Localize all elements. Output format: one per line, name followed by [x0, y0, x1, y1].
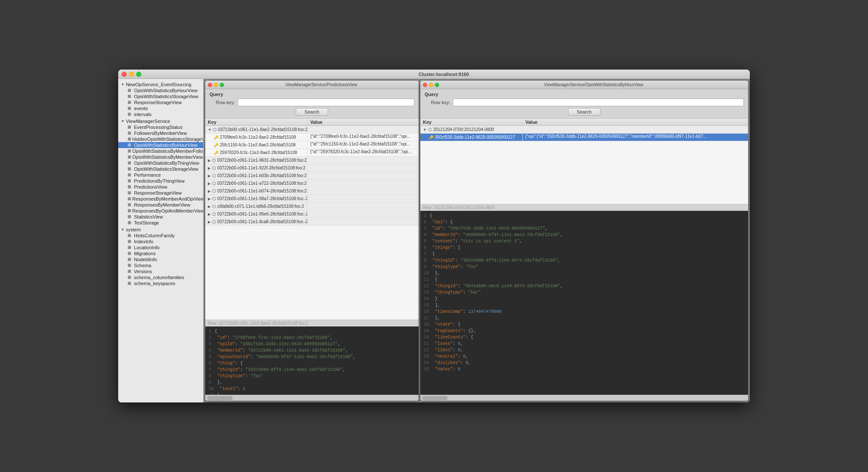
left-rowkey-input[interactable] [238, 99, 414, 106]
sub-close[interactable] [423, 83, 427, 87]
table-icon: ⊞ [128, 269, 133, 274]
group-key-cell: ▶ ⬡ 03722b00-c061-11e1-922f-28cfdaf15108… [205, 164, 308, 172]
table-row[interactable]: ▶ ⬡ 03722b00-c061-11e1-95e6-28cfdaf15108… [205, 210, 419, 218]
table-row[interactable]: 🔑 2709fee0-fc3c-11e2-8ae2-28cfdaf15108 {… [205, 134, 419, 141]
group-icon: ⬡ [212, 189, 216, 193]
sidebar-item-opiswithstatisticsbything[interactable]: ⊞ OpisWithStatisticsByThingView [118, 160, 203, 166]
sub-minimize[interactable] [429, 83, 433, 87]
sidebar-item-opiswithstatisticsbyhourview-2[interactable]: ⊞ OpisWithStatisticsByHourView [118, 142, 203, 148]
sidebar-item-hiddenopis[interactable]: ⊞ HiddenOpisWithStatisticsStorageView [118, 136, 203, 142]
sidebar-item-versions[interactable]: ⊞ Versions [118, 268, 203, 274]
sidebar-item-performance[interactable]: ⊞ Performance [118, 172, 203, 178]
table-icon: ⊞ [128, 100, 133, 105]
table-row[interactable]: ▶ ⬡ c6fafb00-c071-11e1-b8b6-28cfdaf15108… [205, 203, 419, 210]
table-row[interactable]: 🔑 25fc1150-fc3c-11e2-8ae2-28cfdaf15108 {… [205, 141, 419, 149]
sidebar-item-responsestorage[interactable]: ⊞ ResponseStorageView [118, 99, 203, 105]
sidebar-item-opiswithstatisticsbymemberfollowing[interactable]: ⊞ OpisWithStatisticsByMemberFollowingVie… [118, 148, 203, 154]
sub-maximize[interactable] [220, 83, 224, 87]
sidebar-item-opiswithstatisticsstorage[interactable]: ⊞ OpisWithStatisticsStorageView [118, 93, 203, 99]
main-window: Cluster:localhost:9160 ▼ NewOpiService_E… [118, 70, 750, 402]
sidebar-item-migrations[interactable]: ⊞ Migrations [118, 251, 203, 256]
sidebar-item-indexinfo[interactable]: ⊞ IndexInfo [118, 239, 203, 245]
group-icon: ⬡ [213, 127, 217, 132]
sidebar-group-label: ViewManagerService [126, 119, 170, 124]
sidebar-item-schema[interactable]: ⊞ Schema [118, 262, 203, 268]
right-code-view: 1{2 "opi": {3 "id": "350cf530-3ddb-11e2-… [420, 211, 748, 395]
sidebar-item-responsestorageview[interactable]: ⊞ ResponseStorageView [118, 190, 203, 196]
left-scrollbar[interactable] [205, 395, 419, 401]
table-row[interactable]: ▶ ⬡ 03722b00-c061-11e1-8ca8-28cfdaf15108… [205, 218, 419, 226]
sidebar-item-predictionsbything[interactable]: ⊞ PredictionsByThingView [118, 178, 203, 184]
minimize-button[interactable] [129, 72, 134, 77]
sub-minimize[interactable] [214, 83, 218, 87]
expand-arrow-icon: ▶ [208, 158, 211, 163]
group-val-cell [308, 203, 419, 210]
maximize-button[interactable] [136, 72, 141, 77]
sidebar-group-header-system[interactable]: ▼ system [118, 227, 203, 233]
table-row[interactable]: ▶ ⬡ 03722b00-c061-11e1-b074-28cfdaf15108… [205, 187, 419, 195]
table-row[interactable]: ▶ ⬡ 03722b00-c061-11e1-98a7-28cfdaf15108… [205, 195, 419, 203]
table-row[interactable]: ▶ ⬡ 03722b00-c061-11e1-922f-28cfdaf15108… [205, 164, 419, 172]
close-button[interactable] [122, 72, 127, 77]
table-icon: ⊞ [128, 233, 133, 238]
sidebar-item-opiswithstatisticsbyhourview-1[interactable]: ⊞ OpisWithStatisticsByHourView [118, 87, 203, 93]
table-icon: ⊞ [128, 112, 133, 117]
sidebar-item-schemacolumnfamilies[interactable]: ⊞ schema_columnfamilies [118, 274, 203, 280]
sidebar-item-responsesbyopiandmember[interactable]: ⊞ ResponsesByOpiAndMemberView [118, 208, 203, 214]
sidebar-group-header-viewmanager[interactable]: ▼ ViewManagerService [118, 118, 203, 124]
sidebar-item-intervals[interactable]: ⊞ intervals [118, 111, 203, 117]
table-icon: ⊞ [128, 281, 133, 286]
table-row[interactable]: ▶ ⬡ 03722b00-c061-11e1-9631-28cfdaf15108… [205, 157, 419, 164]
right-header-key: Key [420, 119, 523, 125]
table-icon: ⊞ [128, 257, 133, 262]
right-subwindow-title: ViewManagerService/OpisWithStatisticsByH… [442, 82, 746, 87]
sidebar-item-responsesbymemberandopi[interactable]: ⊞ ResponsesByMemberAndOpiView [118, 196, 203, 202]
table-row[interactable]: ▼ ⬡ 20121204-0700:20121204-0800 [420, 126, 748, 134]
sidebar-item-predictionsview[interactable]: ⊞ PredictionsView [118, 184, 203, 190]
table-row[interactable]: ▶ ⬡ 03722b00-c061-11e1-b03b-28cfdaf15108… [205, 172, 419, 180]
sidebar-item-schemakeyspaces[interactable]: ⊞ schema_keyspaces [118, 280, 203, 286]
sub-maximize[interactable] [435, 83, 439, 87]
scroll-thumb[interactable] [207, 396, 233, 400]
table-row[interactable]: ▼ ⬡ 03722b00-c061-11e1-8ae2-28cfdaf15108… [205, 126, 419, 134]
row-key-cell: 🔑 25fc1150-fc3c-11e2-8ae2-28cfdaf15108 [205, 141, 308, 149]
left-search-button[interactable]: Search [296, 108, 329, 116]
content-area: ViewManagerService/PredictionsView Query… [204, 79, 750, 402]
sidebar-item-statisticsview[interactable]: ⊞ StatisticsView [118, 214, 203, 220]
sidebar-group-header-newopiservice[interactable]: ▼ NewOpiService_EventSourcing [118, 82, 203, 87]
table-row[interactable]: 🔑 350cf530-3ddb-11e2-9629-005056900127 {… [420, 134, 748, 141]
sidebar-item-locationinfo[interactable]: ⊞ LocationInfo [118, 245, 203, 251]
key-icon: 🔑 [214, 135, 218, 140]
table-icon: ⊞ [128, 251, 133, 256]
sidebar-item-responsesbymember[interactable]: ⊞ ResponsesByMemberView [118, 202, 203, 208]
sidebar-item-eventprocessing[interactable]: ⊞ EventProcessingStatus [118, 124, 203, 130]
table-icon: ⊞ [128, 172, 133, 178]
group-icon: ⬡ [212, 196, 216, 201]
sub-close[interactable] [208, 83, 212, 87]
sidebar-group-viewmanager: ▼ ViewManagerService ⊞ EventProcessingSt… [118, 118, 203, 226]
left-subwindow: ViewManagerService/PredictionsView Query… [205, 81, 419, 401]
right-search-button[interactable]: Search [568, 108, 601, 116]
right-query-panel: Query Row key: Search [420, 89, 748, 119]
group-val-cell [523, 126, 748, 133]
sidebar-item-hintscolumnfamily[interactable]: ⊞ HintsColumnFamily [118, 233, 203, 239]
sidebar-item-followersbymember[interactable]: ⊞ FollowersByMemberView [118, 130, 203, 136]
sidebar-item-opiswithstatisticsbymember[interactable]: ⊞ OpisWithStatisticsByMemberView [118, 154, 203, 160]
sidebar-item-nodeidinfo[interactable]: ⊞ NodeIdInfo [118, 256, 203, 262]
scroll-thumb[interactable] [422, 396, 448, 400]
left-header-value: Value [308, 119, 419, 125]
group-key-text: 03722b00-c061-11e1-a722-28cfdaf15108:foo… [217, 181, 307, 186]
group-key-cell: ▶ ⬡ 03722b00-c061-11e1-a722-28cfdaf15108… [205, 180, 308, 187]
group-icon: ⬡ [212, 173, 216, 178]
right-scrollbar[interactable] [420, 395, 748, 401]
table-row[interactable]: 🔑 25978320-fc3c-11e2-8ae2-28cfdaf15108 {… [205, 149, 419, 157]
right-rowkey-input[interactable] [453, 99, 744, 106]
sidebar-item-teststorage[interactable]: ⊞ TestStorage [118, 220, 203, 226]
table-row[interactable]: ▶ ⬡ 03722b00-c061-11e1-a722-28cfdaf15108… [205, 180, 419, 187]
left-rowkey-row: Row key: [210, 99, 414, 106]
sidebar-item-events[interactable]: ⊞ events [118, 105, 203, 111]
row-val-cell: {"opi":{"id":"350cf530-3ddb-11e2-9629-00… [523, 134, 748, 141]
group-val-cell [308, 195, 419, 202]
table-icon: ⊞ [128, 263, 133, 268]
sidebar-item-opiswithstatisticsstorage2[interactable]: ⊞ OpisWithStatisticsStorageView [118, 166, 203, 172]
